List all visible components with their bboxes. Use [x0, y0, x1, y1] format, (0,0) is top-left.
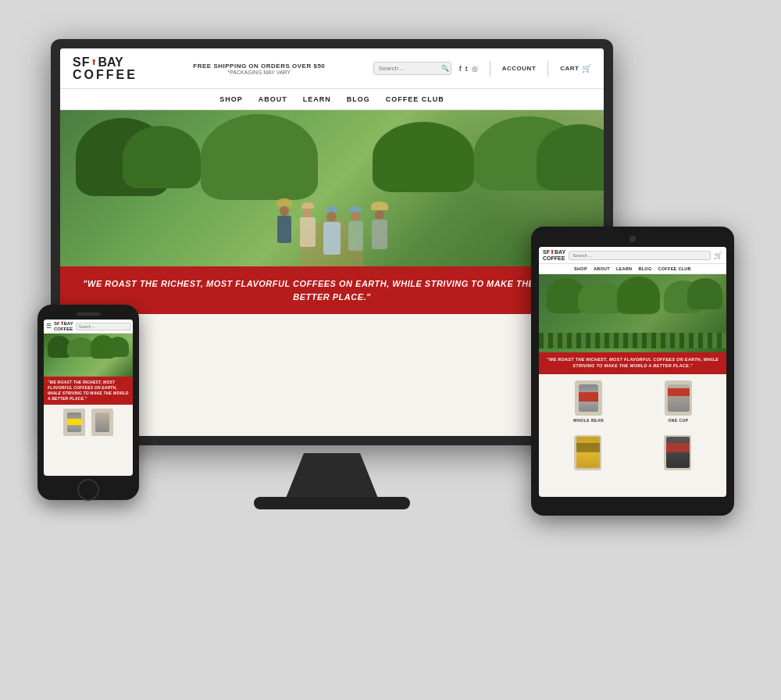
- site-header: SF ⬆ BAY COFFEE FREE SHIPPING ON ORDERS …: [60, 48, 604, 110]
- scene: SF ⬆ BAY COFFEE FREE SHIPPING ON ORDERS …: [0, 0, 781, 700]
- desktop-screen: SF ⬆ BAY COFFEE FREE SHIPPING ON ORDERS …: [60, 48, 604, 436]
- nav-shop[interactable]: SHOP: [219, 95, 243, 103]
- cap-3: [326, 206, 337, 212]
- nav-about[interactable]: ABOUT: [259, 95, 287, 103]
- tablet-logo: SF⬆BAY COFFEE: [543, 249, 565, 261]
- tablet-product-one-cup[interactable]: ONE CUP: [665, 380, 692, 423]
- tablet-device: SF⬆BAY COFFEE 🛒 SHOP ABOUT LEARN BLOG CO…: [531, 227, 734, 516]
- mobile-speaker: [77, 312, 100, 316]
- logo-icon: ⬆: [91, 59, 97, 66]
- bag-shape: [576, 437, 600, 468]
- tablet-product-4[interactable]: [664, 435, 691, 473]
- social-icons: f t ◎: [459, 65, 478, 73]
- divider-1: [490, 61, 490, 77]
- search-box[interactable]: 🔍: [373, 62, 451, 75]
- mobile-screen: ☰ SF⬆BAY COFFEE 🛒: [44, 320, 133, 476]
- m-tree-4: [107, 337, 129, 357]
- logo-coffee: COFFEE: [73, 69, 137, 81]
- head-5: [375, 210, 384, 220]
- head-3: [326, 212, 337, 222]
- person-2: [300, 202, 316, 247]
- quote-banner: "WE ROAST THE RICHEST, MOST FLAVORFUL CO…: [60, 266, 604, 314]
- search-input[interactable]: [379, 65, 441, 72]
- tablet-camera: [629, 236, 636, 242]
- cart-icon: 🛒: [582, 64, 592, 73]
- body-5: [372, 220, 387, 249]
- cart-link[interactable]: CART 🛒: [560, 64, 591, 73]
- head-1: [280, 206, 289, 216]
- tablet-nav-about[interactable]: ABOUT: [594, 266, 610, 271]
- tablet-nav: SHOP ABOUT LEARN BLOG COFFEE CLUB: [539, 264, 726, 274]
- mobile-home-button[interactable]: [77, 479, 99, 501]
- tablet-nav-blog[interactable]: BLOG: [638, 266, 651, 271]
- body-1: [277, 216, 291, 243]
- mobile-menu-icon[interactable]: ☰: [46, 323, 52, 330]
- shipping-info: FREE SHIPPING ON ORDERS OVER $50 *PACKAG…: [153, 62, 366, 75]
- logo-bay: BAY: [98, 56, 123, 69]
- topbar: SF ⬆ BAY COFFEE FREE SHIPPING ON ORDERS …: [60, 48, 604, 89]
- hat-5: [371, 202, 388, 210]
- monitor-base: [254, 497, 410, 509]
- can-shape: [579, 384, 598, 412]
- divider-2: [547, 61, 548, 77]
- can-label: [579, 392, 598, 402]
- search-icon: 🔍: [441, 65, 449, 72]
- tablet-product-whole-bean[interactable]: WHOLE BEAN: [573, 380, 604, 423]
- hero-image: [60, 110, 604, 266]
- mobile-product-2[interactable]: [91, 409, 113, 436]
- hero-people: [60, 110, 604, 266]
- whole-bean-label: WHOLE BEAN: [573, 418, 604, 423]
- tablet-frame: SF⬆BAY COFFEE 🛒 SHOP ABOUT LEARN BLOG CO…: [531, 227, 734, 516]
- body-3: [323, 222, 341, 255]
- cap-4: [350, 206, 361, 212]
- person-4: [348, 206, 363, 251]
- small-cup: [95, 412, 109, 432]
- tablet-quote-text: "WE ROAST THE RICHEST, MOST FLAVORFUL CO…: [545, 357, 720, 369]
- tablet-products-row2: [539, 429, 726, 479]
- small-can-label-1: [67, 419, 81, 425]
- mobile-products: [44, 405, 133, 440]
- nav-blog[interactable]: BLOG: [347, 95, 370, 103]
- head-4: [351, 212, 360, 221]
- product-3-image: [574, 435, 601, 470]
- person-3: [323, 206, 341, 255]
- nav-learn[interactable]: LEARN: [303, 95, 331, 103]
- small-can-1: [67, 412, 81, 432]
- one-cup-image: [665, 380, 692, 416]
- shipping-title: FREE SHIPPING ON ORDERS OVER $50: [153, 62, 366, 70]
- mobile-hero-bg: [44, 334, 133, 377]
- product-4-image: [664, 435, 691, 470]
- t-tree-5: [687, 278, 722, 309]
- mobile-quote-text: "WE ROAST THE RICHEST, MOST FLAVORFUL CO…: [48, 380, 129, 402]
- whole-bean-image: [575, 380, 602, 416]
- monitor-stand: [285, 453, 379, 500]
- instagram-icon[interactable]: ◎: [472, 65, 478, 73]
- tablet-search-input[interactable]: [569, 251, 711, 260]
- dark-bag-shape: [666, 437, 690, 468]
- mobile-search-input[interactable]: [76, 323, 131, 330]
- tablet-nav-coffee-club[interactable]: COFFEE CLUB: [658, 266, 690, 271]
- twitter-icon[interactable]: t: [465, 65, 468, 73]
- cup-shape: [668, 384, 690, 412]
- account-link[interactable]: ACCOUNT: [502, 65, 537, 72]
- facebook-icon[interactable]: f: [459, 65, 462, 73]
- logo-sf: SF: [73, 56, 90, 69]
- main-nav: SHOP ABOUT LEARN BLOG COFFEE CLUB: [60, 89, 604, 110]
- tablet-nav-learn[interactable]: LEARN: [616, 266, 632, 271]
- body-2: [300, 217, 316, 247]
- mobile-product-1[interactable]: [63, 409, 85, 436]
- body-4: [348, 221, 363, 251]
- shipping-subtitle: *PACKAGING MAY VARY: [153, 70, 366, 75]
- mobile-logo: SF⬆BAY COFFEE: [54, 321, 73, 331]
- person-5: [371, 202, 388, 249]
- tablet-hero: [539, 274, 726, 352]
- cart-label: CART: [560, 65, 579, 72]
- site-logo[interactable]: SF ⬆ BAY COFFEE: [73, 56, 137, 81]
- hat-2: [301, 202, 314, 209]
- tablet-cart-icon[interactable]: 🛒: [714, 252, 722, 259]
- nav-coffee-club[interactable]: COFFEE CLUB: [386, 95, 444, 103]
- tablet-nav-shop[interactable]: SHOP: [574, 266, 587, 271]
- head-2: [303, 209, 312, 217]
- tablet-product-3[interactable]: [574, 435, 601, 473]
- mobile-quote-banner: "WE ROAST THE RICHEST, MOST FLAVORFUL CO…: [44, 377, 133, 405]
